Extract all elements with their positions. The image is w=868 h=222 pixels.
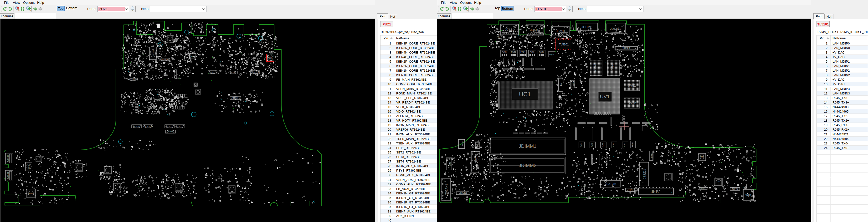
svg-text:PUV4: PUV4 [580,143,582,147]
svg-text:JSFF1: JSFF1 [560,81,563,88]
svg-text:UV13: UV13 [593,64,597,72]
svg-text:JSSD2: JSSD2 [474,157,478,168]
svg-text:JKB1: JKB1 [651,189,661,194]
svg-text:UPS1: UPS1 [28,164,30,169]
svg-text:RCV512: RCV512 [167,131,174,133]
svg-text:RCZ22: RCZ22 [210,71,216,73]
svg-text:PUV3: PUV3 [591,143,593,147]
svg-text:RCZ115: RCZ115 [251,71,259,73]
svg-text:JDIMM1: JDIMM1 [519,144,536,149]
svg-text:PQG1: PQG1 [549,53,554,56]
svg-text:PUZ1: PUZ1 [268,57,273,59]
svg-text:JDCIN1: JDCIN1 [610,27,621,31]
svg-text:RCV519: RCV519 [145,125,152,127]
svg-text:JHP1: JHP1 [745,194,751,197]
svg-text:UT2: UT2 [700,156,704,158]
svg-text:JFAN1: JFAN1 [651,152,653,158]
svg-text:SW1: SW1 [190,55,195,57]
svg-text:UG2: UG2 [572,82,575,86]
svg-text:JDBG1: JDBG1 [701,188,707,190]
svg-text:JEDP1: JEDP1 [622,47,630,50]
svg-text:PQW1: PQW1 [631,142,633,147]
svg-text:RCZ16: RCZ16 [230,71,236,74]
svg-text:UV1: UV1 [600,94,610,99]
svg-text:UV12: UV12 [627,101,636,105]
svg-text:PWZ2: PWZ2 [502,51,506,53]
svg-text:RCZ11: RCZ11 [232,97,238,99]
svg-text:PUV5: PUV5 [613,143,614,147]
svg-text:RCV513: RCV513 [133,125,141,127]
svg-text:PWZ6: PWZ6 [539,51,544,53]
svg-text:CV3008: CV3008 [129,78,136,81]
svg-text:PUV6: PUV6 [602,143,603,147]
svg-text:UT1: UT1 [717,181,720,183]
svg-text:PWZ3: PWZ3 [511,51,516,53]
svg-text:JSPK1: JSPK1 [732,188,738,190]
svg-text:UV14: UV14 [610,64,614,72]
svg-text:JCAM1: JCAM1 [498,34,500,39]
svg-text:TL5101: TL5101 [559,43,569,46]
svg-text:UV11: UV11 [628,83,636,87]
svg-text:JSSD1: JSSD1 [643,169,647,179]
svg-text:JRGB1: JRGB1 [459,191,467,194]
svg-text:JUSB1: JUSB1 [530,28,540,32]
svg-text:JFAN2: JFAN2 [461,141,463,147]
svg-text:PQS4: PQS4 [135,42,140,44]
svg-text:PWZ4: PWZ4 [520,51,525,53]
svg-text:JUSBC2: JUSBC2 [7,155,9,162]
svg-text:UA1: UA1 [29,192,33,195]
svg-text:JHDMI1: JHDMI1 [582,25,593,29]
svg-text:RCV513: RCV513 [166,125,174,127]
svg-text:JUSB2: JUSB2 [505,28,514,31]
svg-text:UC1: UC1 [519,91,531,98]
svg-text:JUSBC1: JUSBC1 [7,172,9,179]
svg-text:PWZ5: PWZ5 [530,51,534,53]
svg-text:JWLAN1: JWLAN1 [445,184,448,195]
svg-text:JTP1: JTP1 [627,189,633,191]
svg-text:JOB1: JOB1 [478,143,479,147]
svg-text:RCV517: RCV517 [176,125,184,127]
svg-text:CV300Z: CV300Z [161,59,167,61]
svg-text:PUV2: PUV2 [624,143,625,147]
svg-text:JDIMM2: JDIMM2 [519,163,536,168]
svg-text:JBAT201: JBAT201 [605,183,617,186]
svg-text:JIO1: JIO1 [449,162,451,166]
